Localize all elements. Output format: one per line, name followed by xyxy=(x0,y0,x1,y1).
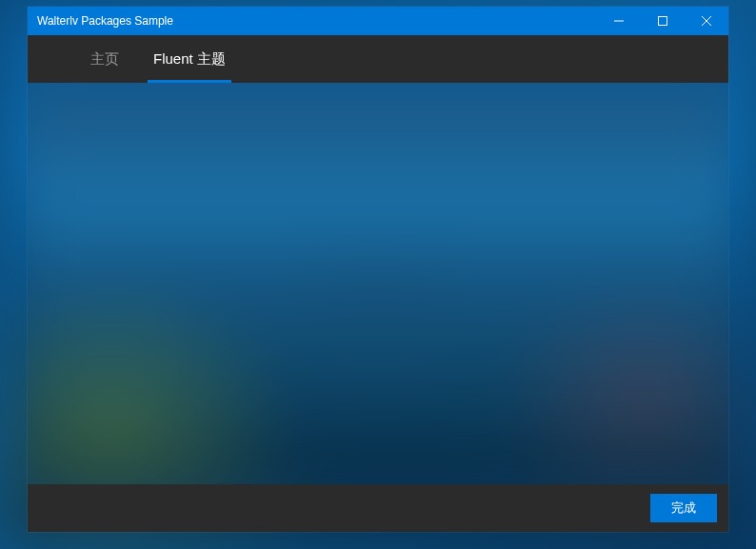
tab-home-label: 主页 xyxy=(90,50,119,69)
maximize-button[interactable] xyxy=(641,7,685,35)
titlebar[interactable]: Walterlv Packages Sample xyxy=(28,7,728,35)
window-title: Walterlv Packages Sample xyxy=(37,14,173,28)
close-icon xyxy=(702,16,711,26)
tab-fluent-label: Fluent 主题 xyxy=(153,50,226,69)
close-button[interactable] xyxy=(685,7,728,35)
footer: 完成 xyxy=(28,484,728,532)
tab-home[interactable]: 主页 xyxy=(73,35,136,83)
maximize-icon xyxy=(658,16,667,26)
minimize-icon xyxy=(614,16,624,26)
content-overlay xyxy=(28,83,728,484)
content-area xyxy=(28,83,728,484)
tab-fluent[interactable]: Fluent 主题 xyxy=(136,35,243,83)
done-button[interactable]: 完成 xyxy=(650,494,717,522)
minimize-button[interactable] xyxy=(597,7,641,35)
svg-rect-1 xyxy=(659,17,667,26)
tabbar: 主页 Fluent 主题 xyxy=(28,35,728,83)
app-window: Walterlv Packages Sample 主页 Fluent 主题 完成 xyxy=(28,7,728,532)
window-controls xyxy=(597,7,728,35)
